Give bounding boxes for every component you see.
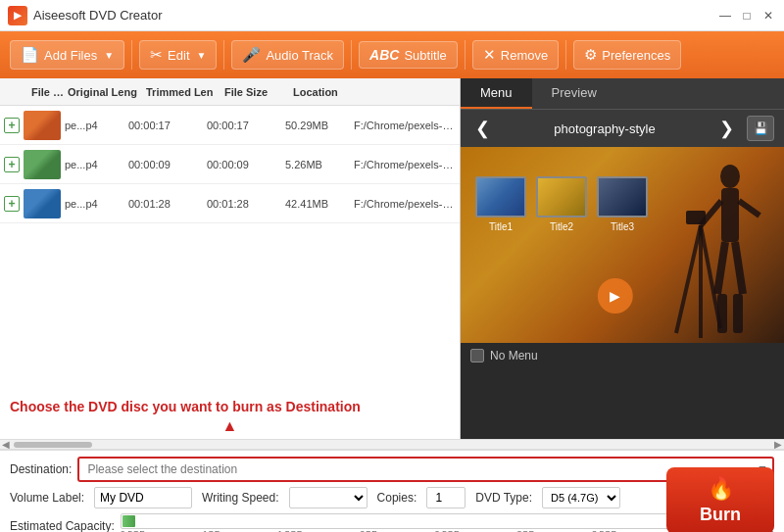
menu-prev-button[interactable]: ❮ bbox=[470, 118, 495, 139]
dvd-thumb-label-1: Title1 bbox=[489, 221, 513, 232]
edit-label: Edit bbox=[168, 48, 189, 63]
file-loc-3: F:/Chrome/pexels-super-l... bbox=[354, 198, 456, 210]
app-title: Aiseesoft DVD Creator bbox=[33, 8, 717, 23]
volume-input[interactable] bbox=[94, 487, 192, 508]
title-bar: ▶ Aiseesoft DVD Creator — □ ✕ bbox=[0, 0, 784, 31]
toolbar-separator-4 bbox=[465, 40, 466, 70]
preferences-icon: ⚙ bbox=[584, 46, 597, 64]
close-button[interactable]: ✕ bbox=[760, 9, 776, 23]
dvd-thumb-label-3: Title3 bbox=[611, 221, 634, 232]
preferences-button[interactable]: ⚙ Preferences bbox=[573, 40, 681, 70]
remove-label: Remove bbox=[501, 48, 548, 63]
svg-rect-1 bbox=[721, 188, 739, 242]
toolbar: 📄 Add Files ▼ ✂ Edit ▼ 🎤 Audio Track ABC… bbox=[0, 31, 784, 78]
menu-nav: ❮ photography-style ❯ 💾 bbox=[461, 110, 784, 147]
file-trim-2: 00:00:09 bbox=[207, 159, 285, 170]
add-files-button[interactable]: 📄 Add Files ▼ bbox=[10, 40, 124, 70]
dvd-play-button[interactable]: ▶ bbox=[598, 278, 633, 314]
panel-tabs: Menu Preview bbox=[461, 78, 784, 110]
annotation-text: Choose the DVD disc you want to burn as … bbox=[10, 399, 450, 414]
file-list-area: File Name Original Leng Trimmed Len File… bbox=[0, 78, 461, 439]
copies-input[interactable] bbox=[426, 487, 466, 508]
file-thumbnail-2 bbox=[24, 150, 61, 179]
file-orig-1: 00:00:17 bbox=[128, 120, 207, 131]
toolbar-separator-1 bbox=[131, 40, 132, 70]
tab-preview[interactable]: Preview bbox=[532, 78, 616, 109]
row-expand-3[interactable]: + bbox=[4, 196, 20, 212]
remove-icon: ✕ bbox=[483, 46, 496, 64]
add-files-dropdown-icon: ▼ bbox=[104, 50, 114, 61]
menu-next-button[interactable]: ❯ bbox=[714, 118, 739, 139]
burn-icon: 🔥 bbox=[708, 476, 734, 502]
dvd-thumbnails: Title1 Title2 Title3 bbox=[475, 176, 648, 232]
row-expand-2[interactable]: + bbox=[4, 157, 20, 172]
dvd-thumb-label-2: Title2 bbox=[550, 221, 573, 232]
dvd-thumb-frame-2 bbox=[536, 176, 587, 218]
table-row[interactable]: + pe...p4 00:01:28 00:01:28 42.41MB F:/C… bbox=[0, 184, 460, 223]
audio-track-button[interactable]: 🎤 Audio Track bbox=[231, 40, 344, 70]
dvd-type-label: DVD Type: bbox=[475, 491, 532, 505]
table-row[interactable]: + pe...p4 00:00:17 00:00:17 50.29MB F:/C… bbox=[0, 106, 460, 145]
edit-button[interactable]: ✂ Edit ▼ bbox=[139, 40, 217, 70]
volume-label: Volume Label: bbox=[10, 491, 84, 505]
dvd-thumb-frame-1 bbox=[475, 176, 526, 218]
file-trim-1: 00:00:17 bbox=[207, 120, 285, 131]
svg-point-0 bbox=[720, 165, 740, 188]
tab-menu[interactable]: Menu bbox=[461, 78, 532, 109]
main-area: File Name Original Leng Trimmed Len File… bbox=[0, 78, 784, 439]
destination-row: Destination: ▼ bbox=[10, 457, 774, 482]
scroll-thumb[interactable] bbox=[14, 442, 92, 448]
destination-label: Destination: bbox=[10, 462, 72, 476]
file-orig-2: 00:00:09 bbox=[128, 159, 207, 170]
maximize-button[interactable]: □ bbox=[739, 9, 755, 23]
file-name-1: pe...p4 bbox=[65, 120, 128, 131]
file-size-2: 5.26MB bbox=[285, 159, 354, 170]
svg-rect-11 bbox=[686, 211, 706, 224]
dvd-thumb-item-3: Title3 bbox=[597, 176, 648, 232]
no-menu-checkbox[interactable] bbox=[470, 349, 484, 363]
app-logo: ▶ bbox=[8, 6, 27, 25]
dvd-preview: Title1 Title2 Title3 ▶ bbox=[461, 147, 784, 343]
svg-line-3 bbox=[739, 201, 760, 216]
header-file-size: File Size bbox=[224, 86, 293, 98]
row-expand-1[interactable]: + bbox=[4, 118, 20, 133]
no-menu-label: No Menu bbox=[490, 349, 538, 363]
writing-speed-label: Writing Speed: bbox=[202, 491, 279, 505]
dvd-thumb-frame-3 bbox=[597, 176, 648, 218]
edit-dropdown-icon: ▼ bbox=[197, 50, 207, 61]
file-size-3: 42.41MB bbox=[285, 198, 354, 210]
estimated-capacity-label: Estimated Capacity: bbox=[10, 519, 115, 532]
edit-icon: ✂ bbox=[150, 46, 163, 64]
annotation-container: Choose the DVD disc you want to burn as … bbox=[0, 391, 460, 439]
dvd-silhouette-svg bbox=[647, 147, 774, 343]
toolbar-separator-3 bbox=[351, 40, 352, 70]
subtitle-button[interactable]: ABC Subtitle bbox=[359, 41, 458, 69]
svg-line-4 bbox=[717, 242, 725, 294]
header-location: Location bbox=[293, 86, 456, 98]
table-row[interactable]: + pe...p4 00:00:09 00:00:09 5.26MB F:/Ch… bbox=[0, 145, 460, 184]
file-name-3: pe...p4 bbox=[65, 198, 128, 210]
file-name-2: pe...p4 bbox=[65, 159, 128, 170]
file-size-1: 50.29MB bbox=[285, 120, 354, 131]
file-thumbnail-3 bbox=[24, 189, 61, 218]
window-controls[interactable]: — □ ✕ bbox=[717, 9, 776, 23]
svg-line-5 bbox=[735, 242, 743, 294]
dvd-thumb-item-1: Title1 bbox=[475, 176, 526, 232]
minimize-button[interactable]: — bbox=[717, 9, 733, 23]
file-list-header: File Name Original Leng Trimmed Len File… bbox=[0, 78, 460, 106]
capacity-bar-fill bbox=[122, 515, 135, 527]
bottom-bar: Destination: ▼ Volume Label: Writing Spe… bbox=[0, 449, 784, 532]
subtitle-label: Subtitle bbox=[404, 48, 446, 63]
add-files-label: Add Files bbox=[44, 48, 97, 63]
file-orig-3: 00:01:28 bbox=[128, 198, 207, 210]
writing-speed-select[interactable] bbox=[289, 487, 368, 508]
menu-save-template-button[interactable]: 💾 bbox=[747, 116, 774, 141]
burn-button[interactable]: 🔥 Burn bbox=[666, 467, 774, 532]
toolbar-separator-2 bbox=[223, 40, 224, 70]
capacity-row: Estimated Capacity: 0.5GB 1GB 1.5GB 2GB … bbox=[10, 513, 774, 532]
dvd-type-select[interactable]: D5 (4.7G) bbox=[542, 487, 620, 508]
horizontal-scrollbar[interactable]: ◀ ▶ bbox=[0, 439, 784, 449]
annotation-arrow: ▲ bbox=[10, 417, 450, 435]
remove-button[interactable]: ✕ Remove bbox=[472, 40, 559, 70]
audio-track-icon: 🎤 bbox=[242, 46, 261, 64]
